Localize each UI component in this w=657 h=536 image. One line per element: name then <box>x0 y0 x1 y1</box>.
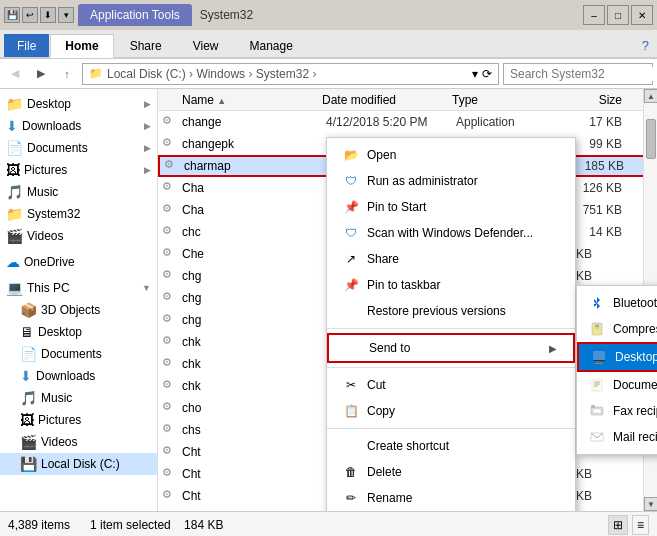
submenu-documents-label: Documents <box>613 378 657 392</box>
sidebar-item-3dobjects[interactable]: 📦 3D Objects <box>0 299 157 321</box>
sidebar-item-desktop[interactable]: 📁 Desktop ▶ <box>0 93 157 115</box>
context-menu-restore[interactable]: Restore previous versions <box>327 298 575 324</box>
app-tab[interactable]: Application Tools <box>78 4 192 26</box>
file-icon: ⚙ <box>162 136 178 152</box>
desktop2-icon: 🖥 <box>20 324 34 340</box>
context-menu-cut[interactable]: ✂ Cut <box>327 372 575 398</box>
sidebar-item-downloads[interactable]: ⬇ Downloads ▶ <box>0 115 157 137</box>
sidebar-item-music2[interactable]: 🎵 Music <box>0 387 157 409</box>
sidebar-item-videos[interactable]: 🎬 Videos <box>0 225 157 247</box>
tab-home[interactable]: Home <box>50 34 113 58</box>
view-list-icon[interactable]: ≡ <box>632 515 649 535</box>
cut-icon: ✂ <box>343 377 359 393</box>
share-icon: ↗ <box>343 251 359 267</box>
address-path[interactable]: 📁 Local Disk (C:) › Windows › System32 ›… <box>82 63 499 85</box>
scroll-up-button[interactable]: ▲ <box>644 89 657 103</box>
sidebar-item-label: Videos <box>27 229 151 243</box>
sidebar-item-music[interactable]: 🎵 Music <box>0 181 157 203</box>
tab-view[interactable]: View <box>178 34 234 57</box>
sidebar-item-localdisk[interactable]: 💾 Local Disk (C:) <box>0 453 157 475</box>
path-dropdown[interactable]: ▾ <box>472 67 478 81</box>
sidebar-item-pictures[interactable]: 🖼 Pictures ▶ <box>0 159 157 181</box>
sidebar-item-videos2[interactable]: 🎬 Videos <box>0 431 157 453</box>
minimize-button[interactable]: – <box>583 5 605 25</box>
context-menu-run-admin[interactable]: 🛡 Run as administrator <box>327 168 575 194</box>
documents2-icon: 📄 <box>20 346 37 362</box>
back-button[interactable]: ◀ <box>4 63 26 85</box>
svg-rect-14 <box>591 405 595 408</box>
close-button[interactable]: ✕ <box>631 5 653 25</box>
file-icon: ⚙ <box>162 400 178 416</box>
context-menu-create-shortcut[interactable]: Create shortcut <box>327 433 575 459</box>
quick-access-save[interactable]: 💾 <box>4 7 20 23</box>
context-menu-rename[interactable]: ✏ Rename <box>327 485 575 511</box>
sidebar-item-desktop2[interactable]: 🖥 Desktop <box>0 321 157 343</box>
col-header-name[interactable]: Name ▲ <box>162 93 322 107</box>
sidebar-item-pictures2[interactable]: 🖼 Pictures <box>0 409 157 431</box>
sidebar-item-label: Local Disk (C:) <box>41 457 151 471</box>
context-menu-pin-start[interactable]: 📌 Pin to Start <box>327 194 575 220</box>
col-header-date[interactable]: Date modified <box>322 93 452 107</box>
scroll-thumb[interactable] <box>646 119 656 159</box>
file-icon: ⚙ <box>162 180 178 196</box>
context-menu-open[interactable]: 📂 Open <box>327 142 575 168</box>
submenu-compressed[interactable]: Compressed (zipped) fol... <box>577 316 657 342</box>
file-icon: ⚙ <box>164 158 180 174</box>
submenu-bluetooth[interactable]: Bluetooth device <box>577 290 657 316</box>
file-name: chk <box>182 379 326 393</box>
forward-button[interactable]: ▶ <box>30 63 52 85</box>
sidebar-item-thispc[interactable]: 💻 This PC ▼ <box>0 277 157 299</box>
file-name: changepk <box>182 137 326 151</box>
sidebar-item-onedrive[interactable]: ☁ OneDrive <box>0 251 157 273</box>
search-box[interactable]: 🔍 <box>503 63 653 85</box>
context-menu-pin-taskbar[interactable]: 📌 Pin to taskbar <box>327 272 575 298</box>
mail-icon <box>589 429 605 445</box>
main-area: 📁 Desktop ▶ ⬇ Downloads ▶ 📄 Documents ▶ … <box>0 89 657 511</box>
submenu-mail[interactable]: Mail recipient <box>577 424 657 450</box>
tab-manage[interactable]: Manage <box>235 34 308 57</box>
context-menu-delete[interactable]: 🗑 Delete <box>327 459 575 485</box>
search-input[interactable] <box>510 67 657 81</box>
sidebar-item-label: OneDrive <box>24 255 151 269</box>
sidebar-item-downloads2[interactable]: ⬇ Downloads <box>0 365 157 387</box>
file-name: change <box>182 115 326 129</box>
file-name: chg <box>182 269 326 283</box>
col-header-type[interactable]: Type <box>452 93 552 107</box>
tab-share[interactable]: Share <box>115 34 177 57</box>
file-row[interactable]: ⚙ change 4/12/2018 5:20 PM Application 1… <box>158 111 657 133</box>
open-icon: 📂 <box>343 147 359 163</box>
sidebar-item-label: This PC <box>27 281 136 295</box>
context-menu-copy[interactable]: 📋 Copy <box>327 398 575 424</box>
quick-access-redo[interactable]: ⬇ <box>40 7 56 23</box>
file-icon: ⚙ <box>162 290 178 306</box>
videos-icon: 🎬 <box>6 228 23 244</box>
context-menu-copy-label: Copy <box>367 404 395 418</box>
col-header-size[interactable]: Size <box>552 93 622 107</box>
view-large-icon[interactable]: ⊞ <box>608 515 628 535</box>
submenu-documents[interactable]: Documents <box>577 372 657 398</box>
file-icon: ⚙ <box>162 224 178 240</box>
sidebar-item-documents[interactable]: 📄 Documents ▶ <box>0 137 157 159</box>
context-menu-cut-label: Cut <box>367 378 386 392</box>
sidebar-item-system32[interactable]: 📁 System32 <box>0 203 157 225</box>
sidebar-item-label: Desktop <box>27 97 138 111</box>
sidebar-item-label: Desktop <box>38 325 151 339</box>
up-button[interactable]: ↑ <box>56 63 78 85</box>
documents-icon: 📄 <box>6 140 23 156</box>
sidebar-item-documents2[interactable]: 📄 Documents <box>0 343 157 365</box>
scroll-down-button[interactable]: ▼ <box>644 497 657 511</box>
path-refresh[interactable]: ⟳ <box>482 67 492 81</box>
context-menu-share[interactable]: ↗ Share <box>327 246 575 272</box>
quick-access-dropdown[interactable]: ▾ <box>58 7 74 23</box>
context-menu-scan[interactable]: 🛡 Scan with Windows Defender... <box>327 220 575 246</box>
context-menu-send-to[interactable]: Send to ▶ <box>327 333 575 363</box>
help-button[interactable]: ? <box>634 34 657 57</box>
tab-file[interactable]: File <box>4 34 49 57</box>
submenu-fax[interactable]: Fax recipient <box>577 398 657 424</box>
quick-access-undo[interactable]: ↩ <box>22 7 38 23</box>
items-count: 4,389 items <box>8 518 70 532</box>
bluetooth-icon <box>589 295 605 311</box>
path-folder-icon: 📁 <box>89 67 103 80</box>
maximize-button[interactable]: □ <box>607 5 629 25</box>
submenu-desktop-shortcut[interactable]: Desktop (create shortcut) <box>577 342 657 372</box>
